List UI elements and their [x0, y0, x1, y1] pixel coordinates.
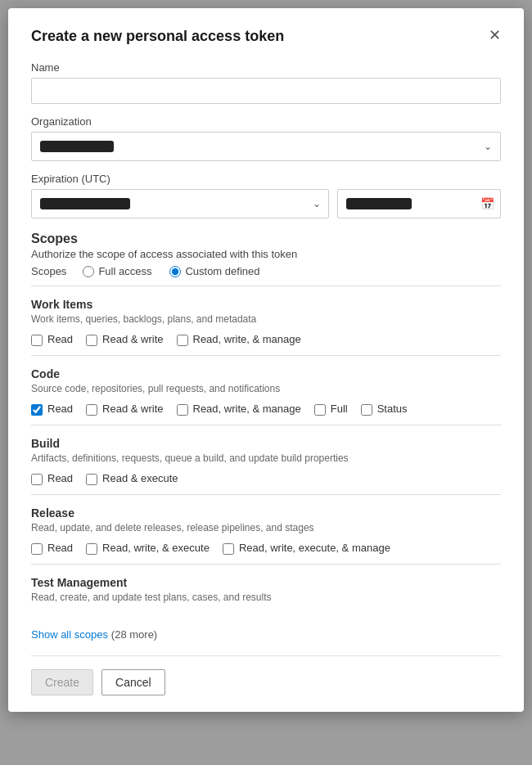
scope-checkbox-wi_read[interactable]	[31, 335, 43, 346]
expiry-select[interactable]	[31, 189, 329, 218]
scope-options-code: ReadRead & writeRead, write, & manageFul…	[31, 403, 501, 416]
scope-option-label-build_read: Read	[47, 472, 73, 486]
modal-header: Create a new personal access token ✕	[31, 28, 501, 45]
radio-custom-defined-input[interactable]	[169, 266, 181, 277]
scope-option-label-rel_rwe: Read, write, & execute	[102, 542, 210, 556]
scope-option-code_rwm[interactable]: Read, write, & manage	[177, 403, 301, 416]
name-group: Name	[31, 61, 501, 104]
scope-options-build: ReadRead & execute	[31, 472, 501, 486]
scope-option-wi_read[interactable]: Read	[31, 333, 73, 347]
scope-checkbox-build_re[interactable]	[86, 474, 97, 485]
scopes-desc: Authorize the scope of access associated…	[31, 248, 501, 260]
expiry-select-wrapper: ⌄	[31, 189, 329, 218]
scope-option-label-wi_read: Read	[47, 333, 73, 347]
scope-section-title-release: Release	[31, 506, 501, 520]
scope-option-label-build_re: Read & execute	[102, 472, 178, 486]
scope-checkbox-rel_rwem[interactable]	[223, 543, 234, 555]
org-label: Organization	[31, 115, 501, 128]
org-value-redacted	[40, 141, 114, 152]
radio-full-access[interactable]: Full access	[83, 265, 151, 277]
radio-full-access-label: Full access	[98, 265, 151, 277]
show-all-row: Show all scopes (28 more)	[31, 628, 501, 641]
scope-option-code_status[interactable]: Status	[361, 403, 408, 416]
scope-option-label-code_read: Read	[47, 403, 73, 416]
scopes-label: Scopes	[31, 265, 66, 277]
scope-options-release: ReadRead, write, & executeRead, write, e…	[31, 542, 501, 556]
scope-option-code_full[interactable]: Full	[314, 403, 348, 416]
date-value-redacted	[346, 198, 412, 209]
scope-option-label-code_rwm: Read, write, & manage	[193, 403, 301, 416]
date-input-wrapper: 📅	[337, 189, 501, 218]
scope-option-code_read[interactable]: Read	[31, 403, 73, 416]
scope-section-test_mgmt: Test ManagementRead, create, and update …	[31, 564, 501, 619]
scope-checkbox-build_read[interactable]	[31, 474, 43, 485]
modal-title: Create a new personal access token	[31, 28, 284, 45]
scope-section-release: ReleaseRead, update, and delete releases…	[31, 494, 501, 564]
close-button[interactable]: ✕	[489, 28, 501, 43]
scope-checkbox-rel_read[interactable]	[31, 543, 43, 555]
scope-option-wi_rwm[interactable]: Read, write, & manage	[177, 333, 301, 347]
scope-section-desc-release: Read, update, and delete releases, relea…	[31, 522, 501, 533]
scope-checkbox-code_status[interactable]	[361, 404, 372, 416]
show-all-label: Show all scopes	[31, 628, 108, 641]
scope-sections-container: Work ItemsWork items, queries, backlogs,…	[31, 286, 501, 619]
show-all-scopes-button[interactable]: Show all scopes	[31, 628, 108, 641]
scope-option-code_rw[interactable]: Read & write	[86, 403, 163, 416]
scope-section-desc-work_items: Work items, queries, backlogs, plans, an…	[31, 313, 501, 325]
scopes-title: Scopes	[31, 232, 501, 246]
scope-option-label-code_status: Status	[377, 403, 408, 416]
name-label: Name	[31, 61, 501, 74]
scope-checkbox-code_rwm[interactable]	[177, 404, 188, 416]
scope-option-label-rel_read: Read	[47, 542, 73, 556]
scope-section-code: CodeSource code, repositories, pull requ…	[31, 355, 501, 425]
close-icon: ✕	[489, 27, 501, 43]
scope-option-build_re[interactable]: Read & execute	[86, 472, 178, 486]
date-input[interactable]	[337, 189, 501, 218]
org-chevron-icon: ⌄	[484, 141, 492, 152]
scope-options-work_items: ReadRead & writeRead, write, & manage	[31, 333, 501, 347]
expiration-group: Expiration (UTC) ⌄ 📅	[31, 173, 501, 218]
expiry-value-redacted	[40, 198, 130, 209]
scope-checkbox-code_rw[interactable]	[86, 404, 97, 416]
radio-custom-defined-label: Custom defined	[185, 265, 259, 277]
scope-section-title-work_items: Work Items	[31, 298, 501, 311]
org-select[interactable]: ⌄	[31, 132, 501, 161]
modal-dialog: Create a new personal access token ✕ Nam…	[8, 8, 524, 712]
scope-section-work_items: Work ItemsWork items, queries, backlogs,…	[31, 286, 501, 355]
name-input[interactable]	[31, 78, 501, 104]
scope-checkbox-wi_rwm[interactable]	[177, 335, 188, 346]
expiration-row: ⌄ 📅	[31, 189, 501, 218]
radio-full-access-input[interactable]	[83, 266, 94, 277]
scopes-section: Scopes Authorize the scope of access ass…	[31, 232, 501, 277]
scope-section-title-test_mgmt: Test Management	[31, 576, 501, 589]
scope-option-label-code_full: Full	[331, 403, 348, 416]
scope-option-label-wi_rw: Read & write	[102, 333, 163, 347]
scope-checkbox-code_full[interactable]	[314, 404, 326, 416]
scope-option-rel_read[interactable]: Read	[31, 542, 73, 556]
scope-checkbox-wi_rw[interactable]	[86, 335, 97, 346]
scope-option-rel_rwem[interactable]: Read, write, execute, & manage	[223, 542, 390, 556]
scope-checkbox-code_read[interactable]	[31, 404, 43, 416]
scope-section-desc-build: Artifacts, definitions, requests, queue …	[31, 452, 501, 464]
scope-section-build: BuildArtifacts, definitions, requests, q…	[31, 425, 501, 494]
scope-section-title-build: Build	[31, 437, 501, 450]
scope-section-title-code: Code	[31, 367, 501, 380]
more-count: (28 more)	[111, 628, 157, 641]
create-button[interactable]: Create	[31, 669, 93, 695]
scope-option-label-code_rw: Read & write	[102, 403, 163, 416]
modal-overlay: Create a new personal access token ✕ Nam…	[0, 0, 532, 765]
expiration-label: Expiration (UTC)	[31, 173, 501, 185]
scope-section-desc-test_mgmt: Read, create, and update test plans, cas…	[31, 592, 501, 603]
scopes-options: Scopes Full access Custom defined	[31, 265, 501, 277]
org-group: Organization ⌄	[31, 115, 501, 161]
scope-option-rel_rwe[interactable]: Read, write, & execute	[86, 542, 210, 556]
scope-option-label-rel_rwem: Read, write, execute, & manage	[239, 542, 390, 556]
radio-custom-defined[interactable]: Custom defined	[169, 265, 259, 277]
scope-option-wi_rw[interactable]: Read & write	[86, 333, 163, 347]
scope-checkbox-rel_rwe[interactable]	[86, 543, 97, 555]
scope-section-desc-code: Source code, repositories, pull requests…	[31, 383, 501, 394]
button-row: Create Cancel	[31, 655, 501, 695]
scope-option-label-wi_rwm: Read, write, & manage	[193, 333, 301, 347]
cancel-button[interactable]: Cancel	[101, 669, 165, 695]
scope-option-build_read[interactable]: Read	[31, 472, 73, 486]
